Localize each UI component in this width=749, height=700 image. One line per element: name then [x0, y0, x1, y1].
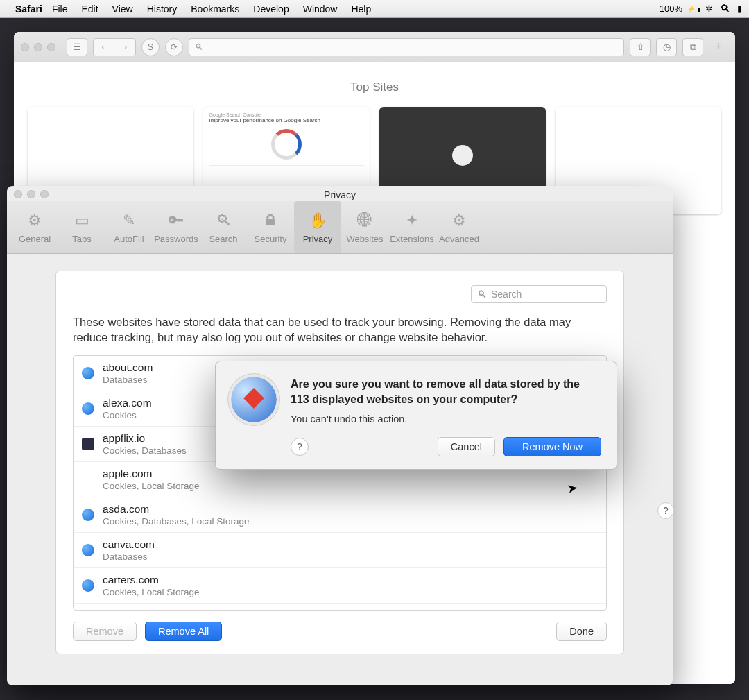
share-button[interactable]: ⇧: [630, 38, 651, 56]
help-button[interactable]: ?: [291, 438, 309, 456]
search-icon: 🔍︎: [213, 210, 234, 231]
ring-chart-icon: [271, 129, 302, 160]
tab-label: Extensions: [390, 234, 434, 244]
list-item[interactable]: carters.comCookies, Local Storage: [74, 568, 606, 604]
menu-file[interactable]: File: [52, 3, 68, 15]
sheet-description: These websites have stored data that can…: [73, 314, 607, 345]
menubar: Safari File Edit View History Bookmarks …: [0, 0, 749, 18]
privacy-report-icon[interactable]: S: [141, 38, 160, 56]
menu-window[interactable]: Window: [303, 3, 338, 15]
tab-tabs[interactable]: ▭Tabs: [58, 201, 105, 253]
search-placeholder: Search: [491, 289, 522, 300]
tab-label: Advanced: [439, 234, 479, 244]
menu-edit[interactable]: Edit: [81, 3, 98, 15]
back-button[interactable]: ‹: [94, 39, 113, 56]
site-name: asda.com: [103, 503, 250, 515]
tab-general[interactable]: ⚙General: [11, 201, 58, 253]
zoom-window-icon[interactable]: [40, 190, 49, 198]
safari-toolbar: ☰ ‹ › S ⟳ 🔍︎ ⇧ ◷ ⧉ +: [14, 32, 735, 62]
tab-advanced[interactable]: ⚙Advanced: [436, 201, 483, 253]
zoom-window-icon[interactable]: [47, 43, 55, 51]
site-meta: Cookies, Databases: [103, 445, 187, 456]
done-button[interactable]: Done: [556, 622, 607, 641]
prefs-titlebar: Privacy: [7, 186, 673, 201]
minimize-window-icon[interactable]: [27, 190, 35, 198]
tab-label: AutoFill: [114, 234, 144, 244]
close-window-icon[interactable]: [14, 190, 22, 198]
prefs-title: Privacy: [324, 189, 356, 200]
general-icon: ⚙: [24, 210, 45, 231]
key-icon: 🔑︎: [166, 210, 187, 231]
tab-label: Websites: [346, 234, 383, 244]
sheet-actions: Remove Remove All Done: [73, 622, 607, 641]
status-icon-2[interactable]: ▮: [737, 3, 742, 14]
history-button[interactable]: ◷: [656, 38, 677, 56]
apple-icon: [82, 473, 94, 486]
tab-search[interactable]: 🔍︎Search: [200, 201, 247, 253]
site-meta: Cookies, Local Storage: [103, 481, 200, 491]
site-name: canva.com: [103, 538, 155, 551]
remove-now-button[interactable]: Remove Now: [503, 437, 601, 456]
dialog-title: Are you sure you want to remove all data…: [291, 377, 601, 407]
remove-all-button[interactable]: Remove All: [145, 622, 222, 641]
tab-label: Security: [255, 234, 287, 244]
window-controls[interactable]: [21, 43, 55, 51]
puzzle-icon: ✦: [402, 210, 422, 231]
tab-label: Search: [209, 234, 237, 244]
globe-icon: [82, 579, 94, 592]
battery-status[interactable]: 100% ⚡: [660, 3, 698, 14]
link-icon: [452, 145, 473, 166]
tab-websites[interactable]: 🌐︎Websites: [341, 201, 388, 253]
tab-security[interactable]: 🔒︎Security: [247, 201, 294, 253]
globe-icon: [82, 544, 94, 556]
cancel-button[interactable]: Cancel: [438, 437, 495, 456]
dialog-actions: ? Cancel Remove Now: [291, 437, 601, 456]
spotlight-icon[interactable]: 🔍︎: [720, 3, 730, 15]
app-name[interactable]: Safari: [15, 3, 42, 15]
forward-button[interactable]: ›: [116, 39, 135, 56]
search-input[interactable]: 🔍︎ Search: [471, 285, 607, 303]
status-icon[interactable]: ✲: [705, 3, 713, 14]
close-window-icon[interactable]: [21, 43, 29, 51]
reload-icon[interactable]: ⟳: [165, 38, 183, 56]
url-field[interactable]: 🔍︎: [189, 38, 624, 56]
top-sites-heading: Top Sites: [28, 80, 721, 94]
help-button[interactable]: ?: [657, 502, 674, 519]
tab-passwords[interactable]: 🔑︎Passwords: [153, 201, 200, 253]
menu-view[interactable]: View: [112, 3, 133, 15]
menu-history[interactable]: History: [147, 3, 178, 15]
site-meta: Cookies: [103, 410, 152, 420]
minimize-window-icon[interactable]: [34, 43, 42, 51]
site-name: about.com: [103, 361, 153, 374]
site-name: alexa.com: [103, 397, 152, 409]
confirm-dialog: Are you sure you want to remove all data…: [215, 361, 617, 470]
clock-icon: ◷: [657, 39, 676, 56]
site-name: appflix.io: [103, 432, 187, 445]
thumb-subtitle: Improve your performance on Google Searc…: [209, 117, 364, 123]
dialog-subtitle: You can't undo this action.: [291, 413, 601, 425]
safari-app-icon: [231, 377, 277, 422]
lock-icon: 🔒︎: [260, 210, 281, 231]
thumb-heading: Google Search Console: [209, 112, 364, 117]
menu-bookmarks[interactable]: Bookmarks: [191, 3, 239, 15]
tabs-icon: ⧉: [683, 39, 703, 56]
globe-icon: [82, 509, 94, 521]
tab-extensions[interactable]: ✦Extensions: [388, 201, 436, 253]
tabs-button[interactable]: ⧉: [682, 38, 703, 56]
sidebar-icon[interactable]: ☰: [67, 39, 87, 56]
list-item[interactable]: canva.comDatabases: [74, 533, 606, 568]
tab-privacy[interactable]: ✋Privacy: [294, 201, 341, 253]
share-icon: ⇧: [630, 39, 650, 56]
globe-icon: [82, 402, 94, 415]
search-icon: 🔍︎: [195, 42, 203, 52]
menu-develop[interactable]: Develop: [253, 3, 289, 15]
site-meta: Databases: [103, 552, 155, 562]
nav-buttons: ‹ ›: [93, 38, 136, 56]
search-icon: 🔍︎: [477, 289, 487, 300]
list-item[interactable]: asda.comCookies, Databases, Local Storag…: [74, 497, 606, 533]
new-tab-button[interactable]: +: [709, 39, 728, 56]
menu-help[interactable]: Help: [351, 3, 371, 15]
remove-button[interactable]: Remove: [73, 622, 137, 641]
tab-autofill[interactable]: ✎AutoFill: [105, 201, 153, 253]
window-controls[interactable]: [14, 190, 49, 198]
